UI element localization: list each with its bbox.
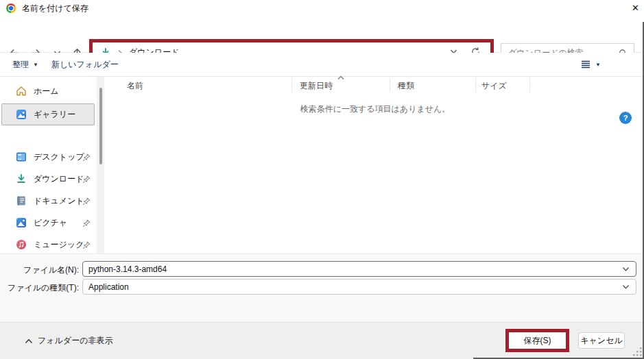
cancel-button[interactable]: キャンセル [578, 332, 625, 349]
filetype-value: Application [83, 282, 622, 292]
column-separator[interactable] [390, 78, 390, 92]
filename-input[interactable] [83, 264, 622, 274]
sidebar-item-pictures[interactable]: ピクチャ [1, 212, 95, 234]
chevron-down-icon[interactable] [622, 267, 630, 272]
pin-icon [82, 219, 91, 228]
column-separator[interactable] [475, 78, 476, 92]
chevron-down-icon[interactable] [622, 284, 630, 290]
download-icon [16, 173, 27, 184]
filetype-label: ファイルの種類(T): [0, 282, 79, 294]
filename-label: ファイル名(N): [0, 264, 79, 276]
navigation-bar: ダウンロード [0, 16, 644, 53]
command-toolbar: 整理 ▼ 新しいフォルダー ▼ ? [0, 53, 644, 77]
annotation-save-button: 保存(S) [505, 329, 569, 352]
music-icon [16, 239, 27, 250]
sidebar-scrollbar-thumb[interactable] [99, 88, 102, 164]
list-view-icon [580, 59, 591, 70]
file-fields-section: ファイル名(N): ファイルの種類(T): Application [0, 253, 644, 322]
new-folder-button[interactable]: 新しいフォルダー [51, 53, 119, 76]
sidebar: ホーム ギャラリー デスクトップ ダウンロード [0, 77, 106, 253]
column-header-date-modified[interactable]: 更新日時 [300, 80, 333, 92]
view-caret-icon: ▼ [595, 62, 601, 68]
column-header-name[interactable]: 名前 [127, 80, 143, 92]
chrome-icon [6, 3, 16, 13]
sidebar-item-desktop[interactable]: デスクトップ [1, 146, 95, 168]
window-title: 名前を付けて保存 [22, 0, 88, 16]
pin-icon [82, 240, 91, 250]
filetype-dropdown[interactable]: Application [82, 279, 636, 295]
sidebar-item-gallery[interactable]: ギャラリー [1, 103, 95, 125]
desktop-icon [16, 151, 27, 162]
title-bar: 名前を付けて保存 ✕ [0, 0, 644, 16]
organize-caret-icon: ▼ [33, 62, 38, 68]
sidebar-item-home[interactable]: ホーム [1, 80, 95, 102]
chevron-up-icon [25, 338, 33, 344]
hide-folders-button[interactable]: フォルダーの非表示 [25, 335, 112, 347]
sort-ascending-icon [337, 75, 345, 80]
sidebar-item-documents[interactable]: ドキュメント [1, 190, 95, 212]
organize-button[interactable]: 整理 ▼ [12, 53, 38, 76]
home-icon [16, 86, 27, 97]
pin-icon [82, 197, 91, 206]
column-header-size[interactable]: サイズ [481, 80, 507, 92]
column-separator[interactable] [529, 78, 530, 92]
pin-icon [82, 175, 91, 184]
sidebar-item-music[interactable]: ミュージック [1, 234, 95, 256]
document-icon [16, 195, 27, 206]
sidebar-item-downloads[interactable]: ダウンロード [1, 168, 95, 190]
view-options-button[interactable]: ▼ [580, 53, 601, 76]
column-separator[interactable] [291, 78, 292, 92]
pin-icon [82, 153, 91, 162]
empty-folder-message: 検索条件に一致する項目はありません。 [106, 103, 644, 115]
column-header-type[interactable]: 種類 [398, 80, 414, 92]
close-icon[interactable]: ✕ [627, 0, 644, 16]
save-button[interactable]: 保存(S) [509, 332, 566, 349]
gallery-icon [16, 109, 27, 120]
filename-combobox[interactable] [82, 261, 636, 277]
resize-grip[interactable] [633, 347, 643, 357]
pictures-icon [16, 217, 27, 228]
